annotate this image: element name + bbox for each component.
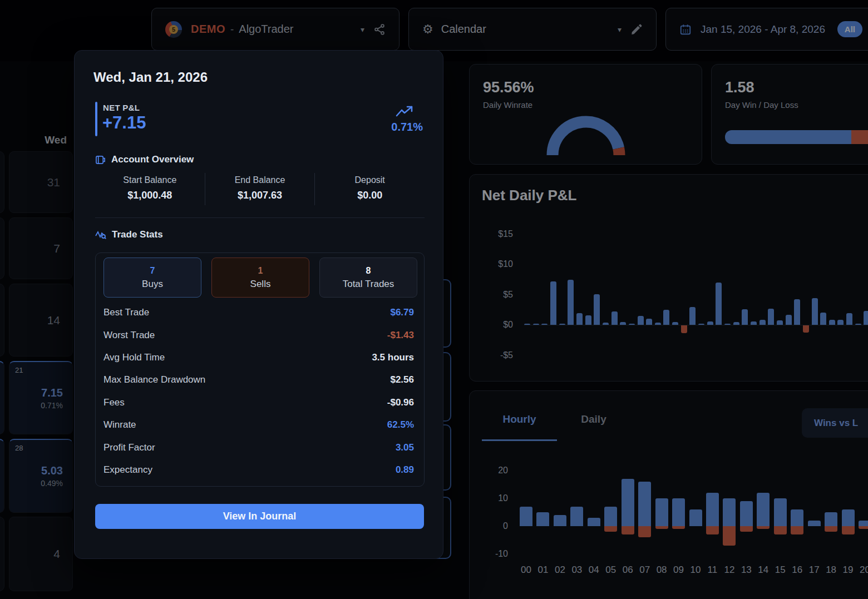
balance-label: Deposit: [315, 175, 425, 185]
balance-item: End Balance $1,007.63: [205, 173, 315, 205]
stat-label: Profit Factor: [103, 442, 155, 453]
stat-label: Avg Hold Time: [103, 352, 165, 363]
stat-label: Worst Trade: [103, 330, 155, 341]
trading-dashboard: 5 DEMO - AlgoTrader ▾ ⚙ Calendar ▾: [0, 0, 868, 599]
counter-value: 7: [150, 266, 155, 276]
balance-label: Start Balance: [95, 175, 205, 185]
counter-value: 1: [258, 266, 263, 276]
trade-counters: 7 Buys1 Sells8 Total Trades: [103, 258, 417, 298]
net-pnl-label: NET P&L: [103, 103, 140, 112]
net-pnl-percent: 0.71%: [391, 121, 423, 133]
stat-label: Max Balance Drawdown: [103, 374, 205, 385]
stat-value: 3.5 hours: [372, 352, 414, 363]
stat-value: -$1.43: [387, 330, 414, 341]
stat-label: Winrate: [103, 419, 136, 430]
balance-item: Start Balance $1,000.48: [95, 173, 205, 205]
trade-stats-title: Trade Stats: [112, 229, 163, 240]
account-overview-title: Account Overview: [111, 154, 194, 165]
stat-value: -$0.96: [387, 397, 414, 408]
stat-row: Best Trade $6.79: [96, 301, 424, 324]
stat-value: 0.89: [396, 464, 414, 476]
activity-icon: [95, 230, 106, 240]
counter-label: Total Trades: [343, 279, 394, 290]
net-pnl-value: +7.15: [102, 113, 146, 133]
stat-label: Fees: [103, 397, 125, 408]
divider: [95, 217, 425, 218]
trend-up-icon: [396, 105, 413, 121]
stat-value: 62.5%: [387, 419, 414, 430]
popover-date-title: Wed, Jan 21, 2026: [93, 70, 208, 85]
pnl-accent-bar: [95, 102, 97, 136]
trade-counter-buys[interactable]: 7 Buys: [103, 258, 201, 298]
counter-label: Sells: [250, 279, 271, 290]
stat-row: Avg Hold Time 3.5 hours: [96, 346, 424, 369]
stat-row: Worst Trade -$1.43: [96, 324, 424, 346]
view-in-journal-button[interactable]: View In Journal: [95, 504, 424, 529]
counter-label: Buys: [142, 279, 163, 290]
stat-label: Expectancy: [103, 464, 152, 476]
balance-item: Deposit $0.00: [314, 173, 425, 205]
stat-row: Winrate 62.5%: [96, 414, 424, 436]
stat-value: $2.56: [390, 374, 414, 385]
trade-counter-total-trades[interactable]: 8 Total Trades: [319, 258, 417, 298]
balance-label: End Balance: [205, 175, 315, 185]
account-overview-header: Account Overview: [95, 154, 194, 165]
trade-stats-box: 7 Buys1 Sells8 Total Trades Best Trade $…: [95, 253, 425, 487]
counter-value: 8: [366, 266, 371, 276]
stat-row: Max Balance Drawdown $2.56: [96, 369, 424, 391]
trade-counter-sells[interactable]: 1 Sells: [211, 258, 309, 298]
balance-value: $1,007.63: [205, 190, 315, 201]
wallet-icon: [95, 155, 106, 165]
stat-value: 3.05: [396, 442, 414, 453]
trade-stats-header: Trade Stats: [95, 229, 163, 240]
balance-row: Start Balance $1,000.48End Balance $1,00…: [95, 173, 425, 205]
stat-value: $6.79: [390, 307, 414, 318]
stat-label: Best Trade: [103, 307, 149, 318]
stat-row: Expectancy 0.89: [96, 459, 424, 481]
balance-value: $1,000.48: [95, 190, 205, 201]
stat-row: Fees -$0.96: [96, 392, 424, 414]
balance-value: $0.00: [315, 190, 425, 201]
trade-stat-rows: Best Trade $6.79Worst Trade -$1.43Avg Ho…: [96, 301, 424, 481]
day-detail-popover: Wed, Jan 21, 2026 NET P&L +7.15 0.71% Ac…: [74, 50, 443, 559]
stat-row: Profit Factor 3.05: [96, 436, 424, 458]
